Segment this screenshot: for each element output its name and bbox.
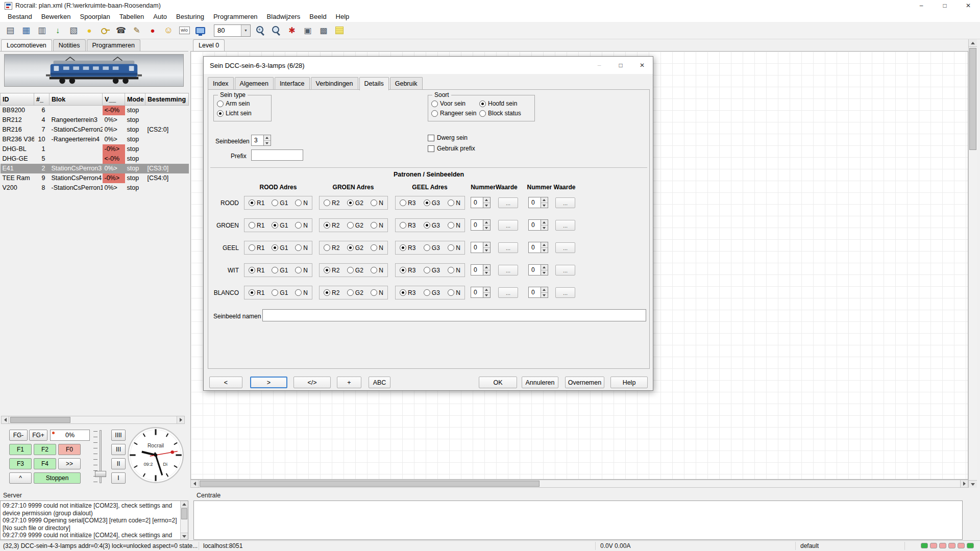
function-f2-button[interactable]: F2 bbox=[34, 444, 56, 455]
radio-wit-g3[interactable]: G3 bbox=[424, 267, 440, 274]
server-log-scrollbar[interactable] bbox=[180, 501, 188, 539]
menu-item-beeld[interactable]: Beeld bbox=[305, 12, 331, 21]
prefix-input[interactable] bbox=[251, 149, 303, 161]
radio-wit-r2[interactable]: R2 bbox=[324, 267, 339, 274]
radio-groen-g3[interactable]: G3 bbox=[424, 222, 440, 229]
radio-rood-g2[interactable]: G2 bbox=[347, 199, 363, 207]
radio-geel-g3[interactable]: G3 bbox=[424, 244, 440, 252]
nummerwaarde-spinner-2[interactable]: 0 bbox=[528, 197, 548, 208]
toolbar-debug-icon[interactable]: ✱ bbox=[286, 24, 298, 37]
toolbar-key-icon[interactable] bbox=[99, 24, 111, 37]
scroll-down-icon[interactable] bbox=[969, 480, 977, 488]
spin-up-icon[interactable] bbox=[483, 287, 490, 292]
nummerwaarde-spinner-2[interactable]: 0 bbox=[528, 219, 548, 231]
nummerwaarde-spinner-1[interactable]: 0 bbox=[471, 264, 491, 276]
toolbar-workspace-icon[interactable]: ▤ bbox=[4, 24, 16, 37]
toolbar-monitor-icon[interactable] bbox=[194, 24, 206, 37]
combo-dropdown-icon[interactable]: ▼ bbox=[241, 25, 250, 36]
menu-item-auto[interactable]: Auto bbox=[149, 12, 172, 21]
spin-up-icon[interactable] bbox=[541, 287, 548, 292]
column-header-id[interactable]: ID bbox=[1, 93, 34, 106]
radio-rood-n[interactable]: N bbox=[295, 199, 308, 207]
seinbeeld-namen-input[interactable] bbox=[262, 309, 646, 321]
loco-row-v200[interactable]: V2008-StationCsPerron10%>stop bbox=[1, 183, 189, 193]
nummerwaarde-spinner-2[interactable]: 0 bbox=[528, 264, 548, 276]
function-f0-button[interactable]: F0 bbox=[58, 444, 81, 455]
scroll-left-icon[interactable] bbox=[191, 480, 199, 487]
tab-locomotieven[interactable]: Locomotieven bbox=[1, 39, 52, 51]
scroll-right-icon[interactable] bbox=[960, 480, 968, 487]
loco-row-bb9200[interactable]: BB92006<-0%stop bbox=[1, 106, 189, 115]
radio-rood-g3[interactable]: G3 bbox=[424, 199, 440, 207]
more-button-2[interactable]: ... bbox=[555, 220, 575, 231]
menu-item-tabellen[interactable]: Tabellen bbox=[115, 12, 149, 21]
scroll-right-icon[interactable] bbox=[177, 416, 184, 423]
canvas-hscrollbar[interactable] bbox=[190, 480, 968, 488]
dialog-plus-button[interactable]: + bbox=[337, 377, 361, 388]
spin-up-icon[interactable] bbox=[541, 220, 548, 225]
radio-groen-r2[interactable]: R2 bbox=[324, 222, 339, 229]
toolbar-calculator-icon[interactable]: ▩ bbox=[317, 24, 330, 37]
nummerwaarde-spinner-1[interactable]: 0 bbox=[471, 219, 491, 231]
radio-geel-r3[interactable]: R3 bbox=[400, 244, 415, 252]
spin-down-icon[interactable] bbox=[483, 270, 490, 276]
spin-up-icon[interactable] bbox=[483, 265, 490, 270]
speed-step-iii-button[interactable]: III bbox=[111, 444, 126, 455]
radio-groen-g2[interactable]: G2 bbox=[347, 222, 363, 229]
menu-item-besturing[interactable]: Besturing bbox=[172, 12, 209, 21]
direction-up-button[interactable]: ^ bbox=[9, 472, 32, 484]
dialog-annuleren-button[interactable]: Annuleren bbox=[522, 377, 558, 388]
radio-voor-sein[interactable]: Voor sein bbox=[431, 99, 478, 108]
close-icon[interactable]: ✕ bbox=[957, 0, 980, 11]
spin-up-icon[interactable] bbox=[541, 197, 548, 203]
more-button-2[interactable]: ... bbox=[555, 265, 575, 276]
spin-down-icon[interactable] bbox=[541, 225, 548, 231]
radio-geel-r2[interactable]: R2 bbox=[324, 244, 339, 252]
loco-row-dhg-bl[interactable]: DHG-BL1-0%>stop bbox=[1, 144, 189, 154]
vscroll-thumb[interactable] bbox=[969, 48, 976, 150]
nummerwaarde-spinner-1[interactable]: 0 bbox=[471, 197, 491, 208]
function-item-button[interactable]: >> bbox=[58, 458, 81, 469]
column-header-v[interactable]: V__ bbox=[103, 93, 125, 106]
dialog-close-icon[interactable]: ✕ bbox=[631, 57, 653, 73]
dialog-tab-index[interactable]: Index bbox=[208, 77, 234, 90]
dialog-tab-algemeen[interactable]: Algemeen bbox=[235, 77, 274, 90]
radio-rood-r3[interactable]: R3 bbox=[400, 199, 415, 207]
radio-wit-n[interactable]: N bbox=[295, 267, 308, 274]
radio-geel-g1[interactable]: G1 bbox=[272, 244, 288, 252]
loco-row-br236-v36[interactable]: BR236 V3610-Rangeerterrein40%>stop bbox=[1, 135, 189, 144]
radio-blanco-n[interactable]: N bbox=[371, 289, 383, 296]
spin-up-icon[interactable] bbox=[541, 242, 548, 247]
radio-rood-g1[interactable]: G1 bbox=[272, 199, 288, 207]
toolbar-automode-icon[interactable]: ☺ bbox=[162, 24, 175, 37]
toolbar-pencil-icon[interactable]: ✎ bbox=[131, 24, 143, 37]
checkbox-gebruik-prefix[interactable]: Gebruik prefix bbox=[428, 145, 475, 152]
dialog-prev-button[interactable]: < bbox=[209, 377, 242, 388]
radio-blanco-g3[interactable]: G3 bbox=[424, 289, 440, 296]
tab-programmeren[interactable]: Programmeren bbox=[87, 39, 140, 51]
radio-geel-n[interactable]: N bbox=[448, 244, 460, 252]
loco-row-tee-ram[interactable]: TEE Ram9StationCsPerron4-0%>stop[CS4:0] bbox=[1, 173, 189, 183]
spin-up-icon[interactable] bbox=[483, 242, 490, 247]
radio-blanco-r3[interactable]: R3 bbox=[400, 289, 415, 296]
spin-down-icon[interactable] bbox=[541, 270, 548, 276]
radio-wit-n[interactable]: N bbox=[371, 267, 383, 274]
radio-blanco-r2[interactable]: R2 bbox=[324, 289, 339, 296]
tab-level-0[interactable]: Level 0 bbox=[193, 39, 225, 51]
toolbar-zoom-100-icon[interactable] bbox=[270, 24, 282, 37]
radio-geel-n[interactable]: N bbox=[295, 244, 308, 252]
column-header-blok[interactable]: Blok bbox=[50, 93, 103, 106]
speed-step-ii-button[interactable]: II bbox=[111, 458, 126, 469]
speed-step-iiii-button[interactable]: IIII bbox=[111, 430, 126, 441]
radio-rangeer-sein[interactable]: Rangeer sein bbox=[431, 109, 478, 117]
menu-item-bladwijzers[interactable]: Bladwijzers bbox=[262, 12, 305, 21]
radio-wit-g1[interactable]: G1 bbox=[272, 267, 288, 274]
dialog-abc-button[interactable]: ABC bbox=[369, 377, 390, 388]
radio-wit-n[interactable]: N bbox=[448, 267, 460, 274]
menu-item-spoorplan[interactable]: Spoorplan bbox=[76, 12, 115, 21]
dialog-tab-verbindingen[interactable]: Verbindingen bbox=[311, 77, 358, 90]
scroll-up-icon[interactable] bbox=[181, 501, 188, 508]
column-header-mode[interactable]: Mode bbox=[125, 93, 145, 106]
radio-groen-r3[interactable]: R3 bbox=[400, 222, 415, 229]
nummerwaarde-spinner-2[interactable]: 0 bbox=[528, 242, 548, 253]
